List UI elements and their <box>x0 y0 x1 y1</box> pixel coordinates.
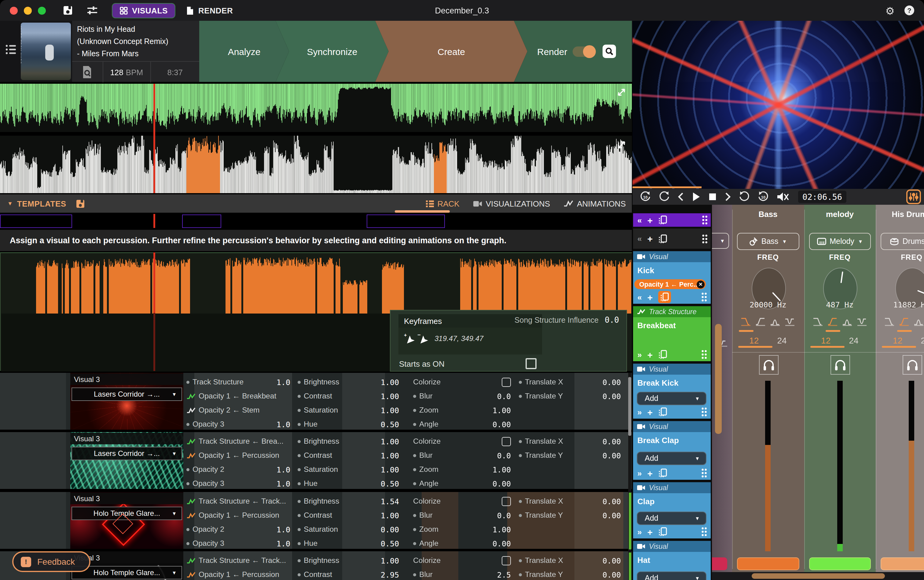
param-saturation[interactable]: Saturation1.00 <box>298 405 399 415</box>
param-colorize[interactable]: Colorize <box>413 376 511 387</box>
param-colorize[interactable]: Colorize <box>413 436 511 447</box>
playhead[interactable] <box>153 84 155 193</box>
param-brightness[interactable]: Brightness1.00 <box>298 555 399 566</box>
add-keyframe-cursor-icon[interactable]: + <box>404 333 415 344</box>
param-opacity-2-stem[interactable]: Opacity 2 ← Stem <box>186 405 290 415</box>
mapping-chip[interactable]: Opacity 1 ← Perc...✕ <box>634 279 706 289</box>
close-window-button[interactable] <box>10 7 18 14</box>
param-brightness[interactable]: Brightness1.00 <box>298 376 399 387</box>
param-blur[interactable]: Blur0.0 <box>413 391 511 402</box>
collapse-icon[interactable]: » <box>637 350 642 359</box>
param-track-structure[interactable]: Track Structure1.0 <box>186 376 290 387</box>
param-translate-x[interactable]: Translate X0.00 <box>519 555 621 566</box>
add-icon[interactable]: + <box>647 468 653 478</box>
drag-handle-icon[interactable] <box>701 527 707 537</box>
drag-handle-icon[interactable] <box>701 468 707 478</box>
tab-render[interactable]: RENDER <box>187 6 233 15</box>
collapse-icon[interactable]: » <box>637 527 642 536</box>
filter-type-bandpass-icon[interactable] <box>770 316 781 326</box>
param-value[interactable]: 0.50 <box>381 539 399 548</box>
freq-value[interactable]: 487 Hz <box>804 300 876 309</box>
influence-value[interactable]: 0.0 <box>605 315 619 325</box>
param-saturation[interactable]: Saturation0.00 <box>298 524 399 535</box>
redo-icon[interactable] <box>738 191 751 203</box>
param-value[interactable]: 0.00 <box>603 556 621 565</box>
duplicate-icon[interactable] <box>658 291 671 303</box>
drag-handle-icon[interactable] <box>701 292 707 302</box>
param-value[interactable]: 0.00 <box>603 451 621 460</box>
mixer-scrollbar[interactable] <box>712 572 924 580</box>
next-icon[interactable] <box>724 191 731 202</box>
collapse-icon[interactable]: » <box>637 407 642 417</box>
param-opacity-3[interactable]: Opacity 31.0 <box>186 478 290 489</box>
param-value[interactable]: 0.00 <box>603 377 621 387</box>
save-template-icon[interactable] <box>76 199 85 208</box>
add-icon[interactable]: + <box>647 407 653 417</box>
freq-value[interactable]: 20000 Hz <box>732 300 804 309</box>
percussion-graph-area[interactable]: Keyframes + − 319.47, 349.47 Starts as O… <box>0 252 632 371</box>
param-value[interactable]: 1.54 <box>381 497 399 506</box>
collapse-icon[interactable]: « <box>637 216 642 225</box>
param-value[interactable]: 1.00 <box>492 525 511 534</box>
instrument-dropdown[interactable]: Melody▼ <box>809 233 871 250</box>
visual-panel-hat[interactable]: VisualHatAdd▼ <box>633 541 711 580</box>
slope-option-12[interactable]: 12 <box>749 336 759 345</box>
param-blur[interactable]: Blur0.0 <box>413 510 511 521</box>
slope-option-24[interactable]: 24 <box>777 336 787 345</box>
param-opacity-1-percussion[interactable]: Opacity 1 ← Percussion <box>186 450 290 461</box>
duplicate-icon[interactable] <box>658 234 667 244</box>
templates-caret-icon[interactable]: ▼ <box>7 201 13 207</box>
master-waveform-strip[interactable] <box>0 84 632 132</box>
visual-preset-dropdown[interactable]: Lasers Corridor →...▼ <box>71 447 182 460</box>
param-zoom[interactable]: Zoom1.00 <box>413 405 511 415</box>
param-zoom[interactable]: Zoom1.00 <box>413 524 511 535</box>
filter-type-lowpass-icon[interactable] <box>884 316 896 326</box>
queue-menu-icon[interactable] <box>5 44 17 55</box>
param-value[interactable]: 0.00 <box>603 511 621 520</box>
mute-icon[interactable] <box>776 191 789 202</box>
param-saturation[interactable]: Saturation1.00 <box>298 464 399 475</box>
colorize-checkbox[interactable] <box>502 556 511 565</box>
visual-panel-clap[interactable]: VisualClapAdd▼»+ <box>633 482 711 539</box>
step-synchronize[interactable]: Synchronize <box>276 21 389 82</box>
param-value[interactable]: 0.00 <box>603 437 621 446</box>
visual-thumbnail[interactable]: Visual 3Holo Temple Glare...▼ <box>70 492 183 549</box>
volume-slider-track[interactable] <box>766 381 771 551</box>
play-icon[interactable] <box>691 191 701 202</box>
param-value[interactable]: 1.00 <box>381 465 399 474</box>
collapse-icon[interactable]: » <box>637 468 642 478</box>
mixer-toggle-button[interactable] <box>906 189 921 204</box>
param-value[interactable]: 0.0 <box>497 511 511 520</box>
visual-row[interactable]: Visual 3Holo Temple Glare...▼Track Struc… <box>0 551 632 580</box>
param-value[interactable]: 0.00 <box>492 479 511 488</box>
param-value[interactable]: 1.00 <box>381 405 399 415</box>
param-contrast[interactable]: Contrast1.00 <box>298 510 399 521</box>
param-value[interactable]: 0.00 <box>492 420 511 429</box>
param-angle[interactable]: Angle0.00 <box>413 419 511 430</box>
duplicate-icon[interactable] <box>658 407 667 417</box>
filter-type-bandpass-icon[interactable] <box>913 316 924 326</box>
filter-type-bandpass-icon[interactable] <box>842 316 853 326</box>
keyframe-graph-zone[interactable] <box>1 313 390 372</box>
add-icon[interactable]: + <box>647 215 653 225</box>
slope-option-12[interactable]: 12 <box>893 336 902 345</box>
param-value[interactable]: 0.00 <box>603 497 621 506</box>
drag-handle-icon[interactable] <box>702 234 708 244</box>
preview-toggle[interactable] <box>573 46 595 57</box>
param-translate-x[interactable]: Translate X0.00 <box>519 436 621 447</box>
gear-icon[interactable]: ⚙ <box>886 5 895 18</box>
track-structure-collapsed-bar[interactable]: «+ <box>633 213 711 227</box>
param-translate-x[interactable]: Translate X0.00 <box>519 376 621 387</box>
param-value[interactable]: 2.95 <box>381 570 399 579</box>
param-value[interactable]: 0.50 <box>381 479 399 488</box>
param-value[interactable]: 1.00 <box>492 465 511 474</box>
param-contrast[interactable]: Contrast1.00 <box>298 391 399 402</box>
partial-instrument-dropdown[interactable]: ▼ <box>712 233 729 249</box>
param-value[interactable]: 1.00 <box>381 556 399 565</box>
minimize-window-button[interactable] <box>24 7 32 14</box>
param-value[interactable]: 1.0 <box>277 525 290 534</box>
drag-handle-icon[interactable] <box>701 349 707 359</box>
param-value[interactable]: 1.00 <box>381 451 399 460</box>
param-contrast[interactable]: Contrast2.95 <box>298 569 399 580</box>
visual-row[interactable]: Visual 3Lasers Corridor →...▼Track Struc… <box>0 432 632 489</box>
